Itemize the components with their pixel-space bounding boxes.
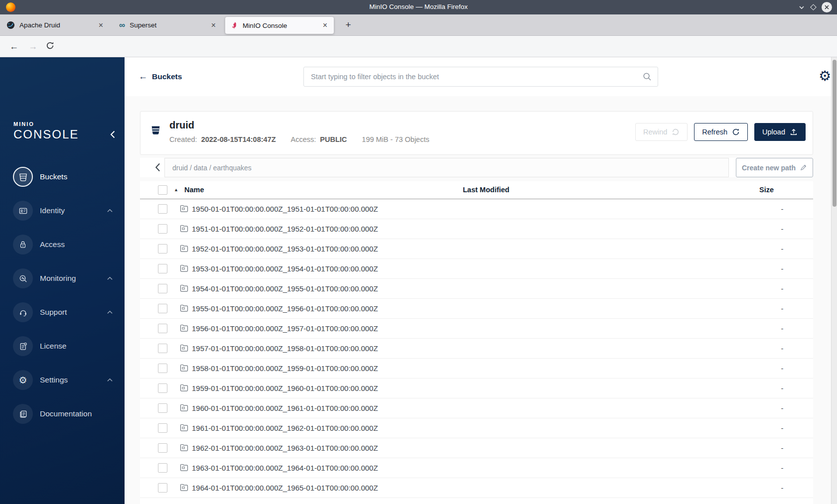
scrollbar-thumb[interactable]: [833, 60, 837, 207]
row-checkbox[interactable]: [158, 324, 167, 333]
new-tab-button[interactable]: +: [342, 18, 355, 31]
sort-ascending-icon[interactable]: ▲: [174, 187, 178, 192]
table-row[interactable]: 1962-01-01T00:00:00.000Z_1963-01-01T00:0…: [140, 438, 813, 458]
window-shade-icon[interactable]: [798, 4, 805, 11]
object-name[interactable]: 1951-01-01T00:00:00.000Z_1952-01-01T00:0…: [192, 225, 378, 233]
select-all-checkbox[interactable]: [158, 185, 167, 195]
object-name[interactable]: 1961-01-01T00:00:00.000Z_1962-01-01T00:0…: [192, 424, 378, 432]
object-name[interactable]: 1956-01-01T00:00:00.000Z_1957-01-01T00:0…: [192, 324, 378, 333]
row-checkbox[interactable]: [158, 443, 167, 453]
row-checkbox[interactable]: [158, 383, 167, 393]
table-row[interactable]: 1963-01-01T00:00:00.000Z_1964-01-01T00:0…: [140, 458, 813, 478]
table-row[interactable]: 1959-01-01T00:00:00.000Z_1960-01-01T00:0…: [140, 378, 813, 398]
sidebar-item-buckets[interactable]: Buckets: [0, 163, 125, 191]
row-checkbox[interactable]: [158, 364, 167, 373]
row-checkbox[interactable]: [158, 463, 167, 473]
object-name[interactable]: 1950-01-01T00:00:00.000Z_1951-01-01T00:0…: [192, 205, 378, 213]
chevron-up-icon[interactable]: [107, 209, 113, 213]
window-maximize-icon[interactable]: [810, 4, 817, 10]
back-to-buckets-link[interactable]: ← Buckets: [139, 71, 182, 82]
chevron-up-icon[interactable]: [107, 310, 113, 314]
object-size: -: [759, 225, 805, 233]
tab-close-icon[interactable]: ×: [98, 21, 104, 29]
tab-close-icon[interactable]: ×: [322, 21, 328, 29]
object-size: -: [759, 304, 805, 313]
table-row[interactable]: 1951-01-01T00:00:00.000Z_1952-01-01T00:0…: [140, 219, 813, 239]
breadcrumb[interactable]: druid / data / earthquakes: [164, 158, 729, 177]
row-checkbox[interactable]: [158, 264, 167, 273]
row-checkbox[interactable]: [158, 244, 167, 253]
object-name[interactable]: 1953-01-01T00:00:00.000Z_1954-01-01T00:0…: [192, 264, 378, 273]
table-row[interactable]: 1961-01-01T00:00:00.000Z_1962-01-01T00:0…: [140, 418, 813, 438]
chevron-up-icon[interactable]: [107, 276, 113, 280]
table-row[interactable]: 1957-01-01T00:00:00.000Z_1958-01-01T00:0…: [140, 339, 813, 359]
sidebar-item-documentation[interactable]: Documentation: [0, 400, 125, 428]
sidebar-item-access[interactable]: Access: [0, 231, 125, 258]
table-row[interactable]: 1960-01-01T00:00:00.000Z_1961-01-01T00:0…: [140, 398, 813, 418]
create-new-path-button[interactable]: Create new path: [736, 158, 813, 177]
nav-reload-icon[interactable]: [46, 41, 58, 50]
refresh-button[interactable]: Refresh: [694, 123, 748, 141]
object-name[interactable]: 1954-01-01T00:00:00.000Z_1955-01-01T00:0…: [192, 284, 378, 293]
row-checkbox[interactable]: [158, 403, 167, 413]
sidebar-item-identity[interactable]: Identity: [0, 197, 125, 225]
object-name[interactable]: 1962-01-01T00:00:00.000Z_1963-01-01T00:0…: [192, 444, 378, 452]
folder-icon: [180, 324, 188, 332]
row-checkbox[interactable]: [158, 483, 167, 493]
column-header-size[interactable]: Size: [759, 186, 774, 194]
object-size: -: [759, 444, 805, 452]
object-name[interactable]: 1955-01-01T00:00:00.000Z_1956-01-01T00:0…: [192, 304, 378, 313]
nav-back-icon[interactable]: ←: [8, 40, 20, 52]
table-row[interactable]: 1950-01-01T00:00:00.000Z_1951-01-01T00:0…: [140, 199, 813, 219]
table-row[interactable]: 1954-01-01T00:00:00.000Z_1955-01-01T00:0…: [140, 279, 813, 299]
tab-apache-druid[interactable]: Apache Druid ×: [1, 14, 110, 36]
chevron-up-icon[interactable]: [107, 378, 113, 382]
object-name[interactable]: 1959-01-01T00:00:00.000Z_1960-01-01T00:0…: [192, 384, 378, 392]
breadcrumb-path: druid / data / earthquakes: [172, 164, 252, 172]
table-row[interactable]: 1956-01-01T00:00:00.000Z_1957-01-01T00:0…: [140, 319, 813, 339]
sidebar-item-label: Identity: [40, 206, 65, 215]
page-scrollbar[interactable]: [831, 57, 837, 504]
row-checkbox[interactable]: [158, 304, 167, 313]
upload-button-label: Upload: [762, 128, 785, 136]
object-name[interactable]: 1952-01-01T00:00:00.000Z_1953-01-01T00:0…: [192, 245, 378, 253]
row-checkbox[interactable]: [158, 204, 167, 214]
table-row[interactable]: 1964-01-01T00:00:00.000Z_1965-01-01T00:0…: [140, 478, 813, 498]
settings-gear-icon[interactable]: ⚙: [819, 69, 831, 83]
object-name[interactable]: 1957-01-01T00:00:00.000Z_1958-01-01T00:0…: [192, 344, 378, 353]
sidebar-collapse-icon[interactable]: [110, 130, 115, 139]
search-icon: [643, 72, 652, 81]
row-checkbox[interactable]: [158, 224, 167, 234]
refresh-button-label: Refresh: [702, 128, 727, 136]
column-header-name[interactable]: Name: [184, 186, 204, 194]
table-row[interactable]: 1955-01-01T00:00:00.000Z_1956-01-01T00:0…: [140, 299, 813, 319]
window-close-icon[interactable]: [822, 2, 832, 12]
row-checkbox[interactable]: [158, 284, 167, 293]
sidebar-item-monitoring[interactable]: Monitoring: [0, 264, 125, 292]
folder-icon: [180, 444, 188, 451]
rewind-button[interactable]: Rewind: [635, 123, 688, 141]
row-checkbox[interactable]: [158, 344, 167, 353]
object-name[interactable]: 1958-01-01T00:00:00.000Z_1959-01-01T00:0…: [192, 364, 378, 373]
sidebar-item-support[interactable]: Support: [0, 298, 125, 326]
object-name[interactable]: 1964-01-01T00:00:00.000Z_1965-01-01T00:0…: [192, 484, 378, 492]
nav-forward-icon[interactable]: →: [27, 40, 39, 52]
object-rows: 1950-01-01T00:00:00.000Z_1951-01-01T00:0…: [140, 199, 813, 498]
upload-button[interactable]: Upload: [754, 123, 806, 141]
column-header-last-modified[interactable]: Last Modified: [463, 186, 509, 194]
row-checkbox[interactable]: [158, 423, 167, 433]
table-row[interactable]: 1953-01-01T00:00:00.000Z_1954-01-01T00:0…: [140, 259, 813, 279]
object-name[interactable]: 1960-01-01T00:00:00.000Z_1961-01-01T00:0…: [192, 404, 378, 412]
tab-close-icon[interactable]: ×: [210, 21, 217, 29]
sidebar-item-license[interactable]: License: [0, 332, 125, 360]
table-row[interactable]: 1958-01-01T00:00:00.000Z_1959-01-01T00:0…: [140, 359, 813, 378]
object-filter-input[interactable]: [303, 67, 658, 87]
object-name[interactable]: 1963-01-01T00:00:00.000Z_1964-01-01T00:0…: [192, 464, 378, 472]
object-table: ▲ Name Last Modified Size 1950-01-01T00:…: [140, 181, 813, 504]
tab-superset[interactable]: ∞ Superset ×: [114, 14, 222, 36]
folder-icon: [180, 384, 188, 391]
table-row[interactable]: 1952-01-01T00:00:00.000Z_1953-01-01T00:0…: [140, 239, 813, 259]
path-back-chevron-icon[interactable]: [155, 163, 160, 172]
tab-minio-console[interactable]: MinIO Console ×: [225, 17, 334, 34]
sidebar-item-settings[interactable]: ⚙ Settings: [0, 366, 125, 394]
